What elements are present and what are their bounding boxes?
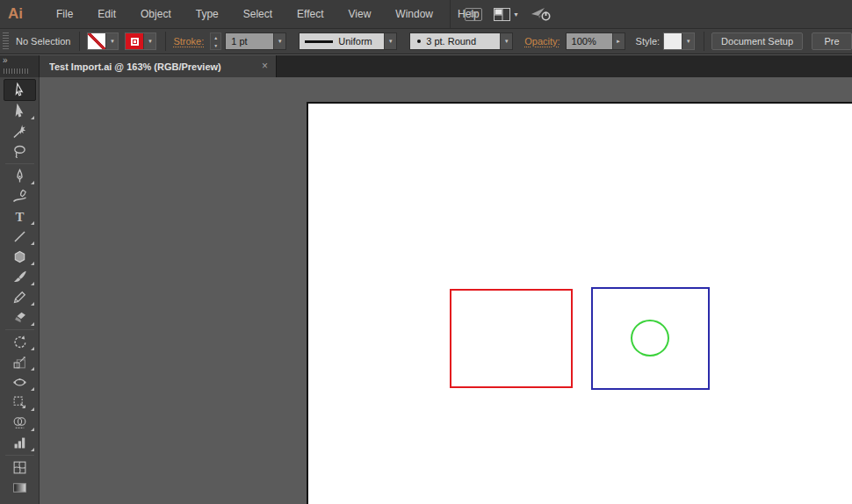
brush-dropdown-button[interactable]: ▼: [500, 33, 512, 49]
spinner-down-icon[interactable]: ▼: [211, 41, 220, 49]
fill-none-swatch[interactable]: [88, 33, 105, 49]
chevron-down-icon: ▼: [110, 39, 115, 44]
opacity-apply-button[interactable]: ►: [612, 33, 625, 49]
scale-tool[interactable]: [4, 352, 36, 372]
selection-status: No Selection: [16, 36, 70, 47]
menu-bar: Ai FileEditObjectTypeSelectEffectViewWin…: [0, 0, 852, 28]
stroke-red-swatch[interactable]: [126, 33, 143, 49]
divider: [79, 32, 80, 51]
tools-divider: [5, 329, 34, 330]
curvature-tool[interactable]: [4, 186, 36, 206]
preferences-button[interactable]: Pre: [812, 32, 852, 50]
document-tab-title: Test Import.ai @ 163% (RGB/Preview): [49, 61, 221, 72]
width-profile-control[interactable]: Uniform ▼: [299, 32, 397, 50]
rotate-tool[interactable]: [4, 332, 36, 352]
document-setup-button[interactable]: Document Setup: [711, 32, 803, 50]
svg-text:T: T: [15, 210, 24, 224]
style-label: Style:: [636, 36, 661, 47]
tools-divider: [5, 455, 34, 456]
chevron-down-icon: ▼: [148, 39, 153, 44]
divider: [704, 32, 704, 51]
stroke-weight-control[interactable]: 1 pt ▼: [225, 32, 286, 50]
menu-items: FileEditObjectTypeSelectEffectViewWindow…: [44, 0, 492, 28]
stroke-panel-link[interactable]: Stroke:: [173, 36, 204, 47]
opacity-panel-link[interactable]: Opacity:: [524, 36, 560, 47]
tools-panel: T: [0, 77, 40, 504]
graphic-style-control[interactable]: ▼: [663, 32, 695, 50]
pencil-tool[interactable]: [4, 287, 36, 307]
stroke-color-control[interactable]: ▼: [125, 32, 156, 50]
stroke-weight-stepper[interactable]: ▲ ▼: [210, 32, 221, 50]
panel-grip-icon[interactable]: [3, 32, 9, 50]
chevron-down-icon: ▼: [278, 39, 283, 44]
menubar-icon-cluster: Br ▼: [450, 0, 553, 28]
style-dropdown-button[interactable]: ▼: [682, 33, 694, 49]
tools-divider: [5, 163, 34, 164]
brush-definition-label: 3 pt. Round: [426, 36, 476, 47]
app-logo: Ai: [8, 5, 23, 23]
chevron-down-icon: ▼: [504, 39, 509, 44]
menu-item-window[interactable]: Window: [383, 0, 445, 28]
fill-color-control[interactable]: ▼: [87, 32, 119, 50]
tools-panel-grip-icon[interactable]: [4, 68, 30, 74]
free-transform-tool[interactable]: [4, 392, 36, 413]
panel-collapse-icon[interactable]: »: [3, 55, 8, 66]
menu-item-file[interactable]: File: [44, 0, 85, 28]
graphic-style-swatch[interactable]: [664, 33, 682, 49]
brush-definition-value[interactable]: 3 pt. Round: [410, 33, 500, 49]
bridge-icon[interactable]: Br: [465, 8, 482, 21]
line-segment-tool[interactable]: [4, 227, 36, 247]
stroke-dropdown-button[interactable]: ▼: [143, 33, 155, 49]
brush-preview-dot: [417, 40, 421, 43]
illustrator-window: Ai FileEditObjectTypeSelectEffectViewWin…: [0, 0, 852, 504]
width-profile-dropdown-button[interactable]: ▼: [384, 33, 396, 49]
red-rectangle[interactable]: [450, 289, 573, 388]
pen-tool[interactable]: [4, 166, 36, 186]
stroke-weight-dropdown-button[interactable]: ▼: [273, 33, 285, 49]
canvas-area[interactable]: [40, 77, 852, 504]
menu-item-effect[interactable]: Effect: [285, 0, 336, 28]
gradient-tool[interactable]: [4, 478, 36, 498]
opacity-control[interactable]: 100% ►: [566, 32, 625, 50]
menu-item-select[interactable]: Select: [231, 0, 285, 28]
type-tool[interactable]: T: [4, 206, 36, 227]
stroke-profile-preview: [305, 40, 333, 43]
arrange-documents-icon: [494, 8, 510, 21]
width-profile-value[interactable]: Uniform: [300, 33, 384, 49]
chevron-down-icon: ▼: [686, 39, 691, 44]
polygon-shape-tool[interactable]: [4, 247, 36, 267]
brush-definition-control[interactable]: 3 pt. Round ▼: [409, 32, 513, 50]
tab-close-icon[interactable]: ×: [262, 60, 268, 72]
document-tab-bar: » Test Import.ai @ 163% (RGB/Preview) ×: [0, 54, 852, 77]
opacity-value[interactable]: 100%: [567, 33, 612, 49]
arrow-right-icon: ►: [616, 39, 621, 44]
spinner-up-icon[interactable]: ▲: [211, 33, 220, 41]
width-profile-label: Uniform: [338, 36, 372, 47]
control-bar: No Selection ▼ ▼ Stroke: ▲ ▼ 1 pt ▼ Unif…: [0, 28, 852, 54]
menu-item-edit[interactable]: Edit: [85, 0, 128, 28]
direct-selection-tool[interactable]: [4, 101, 36, 121]
menu-item-object[interactable]: Object: [128, 0, 184, 28]
stroke-weight-value[interactable]: 1 pt: [226, 33, 273, 49]
chevron-down-icon: ▼: [513, 11, 519, 18]
paintbrush-tool[interactable]: [4, 267, 36, 287]
fill-dropdown-button[interactable]: ▼: [105, 33, 118, 49]
mesh-tool[interactable]: [4, 457, 36, 478]
column-graph-tool[interactable]: [4, 433, 36, 453]
selection-tool[interactable]: [4, 79, 36, 101]
lasso-tool[interactable]: [4, 141, 36, 162]
divider: [165, 32, 166, 51]
green-circle[interactable]: [631, 320, 669, 356]
workspace: T: [0, 77, 852, 504]
arrange-documents-control[interactable]: ▼: [494, 8, 519, 21]
menu-item-type[interactable]: Type: [184, 0, 231, 28]
width-tool[interactable]: [4, 372, 36, 392]
shape-builder-tool[interactable]: [4, 413, 36, 433]
magic-wand-tool[interactable]: [4, 121, 36, 141]
artboard[interactable]: [307, 102, 852, 504]
chevron-down-icon: ▼: [388, 39, 394, 44]
document-tab[interactable]: Test Import.ai @ 163% (RGB/Preview) ×: [40, 55, 277, 77]
share-icon[interactable]: [531, 6, 553, 22]
eraser-tool[interactable]: [4, 307, 36, 328]
menu-item-view[interactable]: View: [336, 0, 384, 28]
